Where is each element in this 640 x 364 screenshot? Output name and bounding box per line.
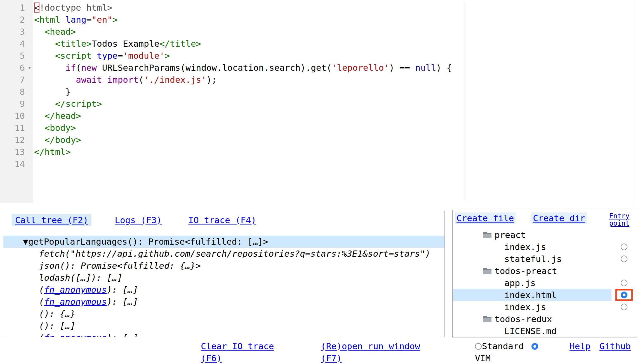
line-number[interactable]: 12 — [0, 134, 32, 146]
line-number[interactable]: 6▾ — [0, 62, 32, 74]
keybinding-vim-label: VIM — [475, 352, 491, 364]
line-number[interactable]: 2 — [0, 14, 32, 26]
line-number[interactable]: 10 — [0, 110, 32, 122]
folder-icon — [483, 231, 492, 238]
entry-point-radio[interactable] — [621, 280, 627, 286]
status-bar: docs/examples/todos- preact/index.html C… — [0, 339, 640, 364]
file-tree-file-row[interactable]: index.js — [453, 301, 637, 313]
github-link[interactable]: Github — [599, 340, 631, 352]
leporello-app: 123456▾7891011121314 <!doctype html><htm… — [0, 0, 640, 364]
editor-gutter: 123456▾7891011121314 — [0, 0, 32, 203]
call-tree-row[interactable]: (fn_anonymous): […] — [3, 284, 444, 296]
filetree-header: Create file Create dir Entry point — [453, 210, 637, 227]
code-line[interactable]: } — [34, 86, 635, 98]
call-frame-link[interactable]: fn_anonymous — [44, 333, 107, 337]
entry-point-radio[interactable] — [621, 292, 627, 298]
keybinding-standard-radio[interactable] — [475, 343, 482, 350]
column-80-ruler — [465, 1, 465, 200]
help-link[interactable]: Help — [570, 340, 590, 352]
line-number[interactable]: 4 — [0, 38, 32, 50]
line-number[interactable]: 5 — [0, 50, 32, 62]
code-line[interactable]: <body> — [34, 122, 635, 134]
code-editor[interactable]: 123456▾7891011121314 <!doctype html><htm… — [0, 0, 635, 203]
call-frame-link[interactable]: fn_anonymous — [44, 297, 107, 307]
folder-name: todos-preact — [495, 266, 557, 276]
file-name: index.js — [504, 242, 546, 252]
fold-marker-icon[interactable]: ▾ — [28, 62, 31, 73]
file-name: stateful.js — [504, 254, 562, 264]
call-tree-row[interactable]: lodash([…]): […] — [3, 272, 444, 284]
file-tree: preactindex.jsstateful.jstodos-preactapp… — [453, 229, 637, 337]
folder-name: preact — [495, 230, 526, 240]
code-line[interactable]: </head> — [34, 110, 635, 122]
keybindings-group: Standard VIM — [475, 340, 538, 364]
folder-icon — [483, 315, 492, 323]
code-line[interactable]: <head> — [34, 26, 635, 38]
line-number[interactable]: 9 — [0, 98, 32, 110]
code-line[interactable]: <title>Todos Example</title> — [34, 38, 635, 50]
file-tree-folder-row[interactable]: preact — [453, 229, 637, 241]
editor-code-lines[interactable]: <!doctype html><html lang="en"> <head> <… — [32, 0, 635, 203]
call-tree: ▼getPopularLanguages(): Promise<fulfille… — [3, 236, 444, 337]
line-number[interactable]: 8 — [0, 86, 32, 98]
call-frame-link[interactable]: fn_anonymous — [44, 285, 107, 295]
file-tree-file-row[interactable]: app.js — [453, 277, 637, 289]
code-line[interactable] — [34, 158, 635, 170]
entry-point-header: Entry point — [609, 212, 634, 227]
line-number[interactable]: 11 — [0, 122, 32, 134]
file-tree-file-row[interactable]: LICENSE.md — [453, 325, 637, 337]
clear-io-trace-button[interactable]: Clear IO trace (F6) — [201, 340, 274, 364]
line-number[interactable]: 14 — [0, 158, 32, 170]
tab-call-tree[interactable]: Call tree (F2) — [12, 214, 91, 226]
keybinding-vim-radio[interactable] — [531, 343, 538, 350]
file-tree-folder-row[interactable]: todos-preact — [453, 265, 637, 277]
file-tree-file-row[interactable]: index.html — [453, 289, 637, 301]
keybinding-standard-label: Standard — [482, 340, 524, 352]
file-name: index.html — [504, 290, 557, 300]
call-tree-row[interactable]: (fn_anonymous): […] — [3, 296, 444, 308]
file-tree-folder-row[interactable]: todos-redux — [453, 313, 637, 325]
code-line[interactable]: <!doctype html> — [34, 2, 635, 14]
create-file-button[interactable]: Create file — [455, 212, 516, 224]
current-file-path: docs/examples/todos- preact/index.html — [4, 340, 108, 364]
code-line[interactable]: <html lang="en"> — [34, 14, 635, 26]
folder-name: todos-redux — [495, 314, 552, 324]
entry-point-highlight-box — [615, 289, 633, 301]
entry-point-radio[interactable] — [621, 256, 627, 262]
line-number[interactable]: 7 — [0, 74, 32, 86]
panel-tabs: Call tree (F2)Logs (F3)IO trace (F4) — [3, 214, 444, 226]
tab-logs[interactable]: Logs (F3) — [111, 214, 165, 226]
file-name: LICENSE.md — [504, 326, 557, 336]
call-tree-row[interactable]: (fn_anonymous): […] — [3, 332, 444, 337]
code-line[interactable]: </body> — [34, 134, 635, 146]
code-line[interactable]: if(new URLSearchParams(window.location.s… — [34, 62, 635, 74]
line-number[interactable]: 13 — [0, 146, 32, 158]
call-tree-row[interactable]: ▼getPopularLanguages(): Promise<fulfille… — [3, 236, 444, 248]
file-name: index.js — [504, 302, 546, 312]
filetree-panel: Create file Create dir Entry point preac… — [452, 210, 637, 337]
file-name: app.js — [504, 278, 536, 288]
create-dir-button[interactable]: Create dir — [531, 212, 587, 224]
code-line[interactable]: </html> — [34, 146, 635, 158]
calltree-panel: Call tree (F2)Logs (F3)IO trace (F4) ▼ge… — [3, 211, 445, 337]
reopen-run-window-button[interactable]: (Re)open run window (F7) — [321, 340, 420, 364]
code-line[interactable]: await import('./index.js'); — [34, 74, 635, 86]
call-tree-row[interactable]: json(): Promise<fulfilled: {…}> — [3, 260, 444, 272]
tab-io-trace[interactable]: IO trace (F4) — [185, 214, 260, 226]
line-number[interactable]: 3 — [0, 26, 32, 38]
code-line[interactable]: <script type='module'> — [34, 50, 635, 62]
line-number[interactable]: 1 — [0, 2, 32, 14]
call-tree-row[interactable]: (): {…} — [3, 308, 444, 320]
file-tree-file-row[interactable]: index.js — [453, 241, 637, 253]
call-tree-row[interactable]: fetch("https://api.github.com/search/rep… — [3, 248, 444, 260]
entry-point-radio[interactable] — [621, 304, 627, 310]
entry-point-radio[interactable] — [621, 244, 627, 250]
folder-icon — [483, 267, 492, 275]
file-tree-file-row[interactable]: stateful.js — [453, 253, 637, 265]
call-tree-row[interactable]: (): […] — [3, 320, 444, 332]
code-line[interactable]: </script> — [34, 98, 635, 110]
